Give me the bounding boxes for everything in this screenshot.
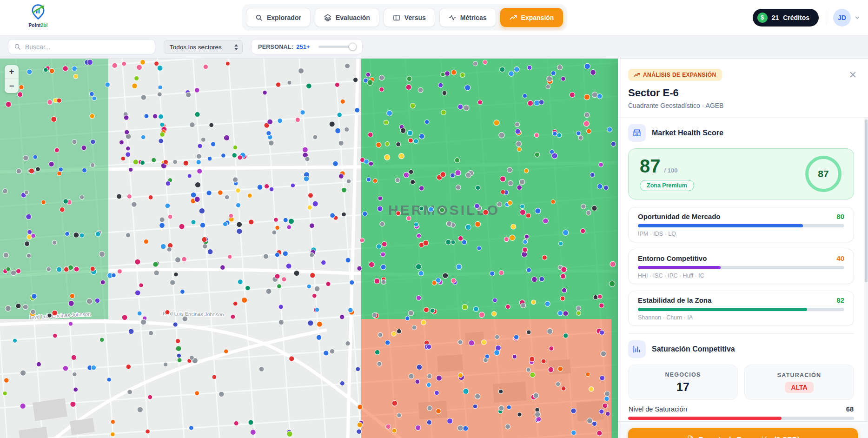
metric-value: 80 [836,212,844,220]
trending-up-icon [634,72,640,78]
sector-subtitle: Cuadrante Geostadístico · AGEB [628,102,858,109]
tab-label: Explorador [267,14,301,21]
score-ring: 87 [805,156,841,192]
stat-label: SATURACIÓN [777,372,821,378]
stat-label: NEGOCIOS [665,372,701,378]
saturation-level-label: Nivel de Saturación [629,405,687,413]
brand-logo[interactable]: Point2bi [23,4,53,28]
negocios-stat: NEGOCIOS 17 [628,365,738,400]
zoom-out-button[interactable]: − [5,79,19,93]
svg-text:Blvd Luis Encinas Johnson: Blvd Luis Encinas Johnson [163,311,224,317]
metric-progress [638,224,844,227]
saturation-section-title: Saturación Competitiva [652,345,735,353]
panel-footer: Reporte de Expansión (8 CRD) [618,421,868,438]
saturation-progress [628,417,854,420]
map-svg: HERMOSILLOBlvd Luis Encinas JohnsonBlvd … [0,59,618,438]
search-box [8,39,155,54]
layers-icon [324,14,331,21]
metric-value: 82 [836,296,844,304]
score-ring-value: 87 [818,168,828,179]
select-stepper-icon [234,44,238,50]
chevron-down-icon [854,14,861,21]
metric-card-estabilidad: Estabilidad de la Zona 82 Shannon · Chur… [628,291,854,326]
health-section-title: Market Health Score [652,129,723,137]
sector-title: Sector E-6 [628,87,858,99]
header-right: $ 21 Créditos JD [753,0,861,35]
panel-body: Market Health Score 87/ 100 Zona Premium… [618,118,868,438]
panel-scrollbar[interactable] [864,118,868,438]
metric-indicators: HHI · ISC · IPC · Huff · IC [638,272,844,279]
search-icon [14,43,21,50]
tier-badge: Zona Premium [640,180,694,191]
personal-filter: PERSONAL: 251+ [251,39,363,54]
metric-progress [638,308,844,311]
top-header: Point2bi Explorador Evaluación Versus Mé… [0,0,868,35]
metric-indicators: IPM · IDS · LQ [638,231,844,237]
map-layers: HERMOSILLOBlvd Luis Encinas JohnsonBlvd … [0,59,618,438]
main-nav: Explorador Evaluación Versus Métricas Ex… [242,4,567,31]
brand-pin-icon [29,4,47,20]
tab-versus[interactable]: Versus [384,8,435,27]
tab-explorador[interactable]: Explorador [246,8,311,27]
metric-label: Entorno Competitivo [638,254,707,262]
tab-label: Expansión [521,14,554,21]
personal-label: PERSONAL: [258,44,293,50]
search-input[interactable] [25,43,149,51]
analysis-badge-label: ANÁLISIS DE EXPANSIÓN [643,72,716,78]
map-zoom-control: + − [5,65,19,93]
tab-label: Métricas [460,14,487,21]
tab-evaluacion[interactable]: Evaluación [315,8,379,27]
credits-count: 21 [772,14,779,21]
slider-thumb[interactable] [349,43,357,51]
panel-header: ANÁLISIS DE EXPANSIÓN Sector E-6 Cuadran… [618,59,868,118]
document-icon [686,435,694,438]
search-icon [255,14,263,21]
credits-label: Créditos [783,14,809,21]
metric-card-oportunidad: Oportunidad de Mercado 80 IPM · IDS · LQ [628,207,854,242]
brand-wordmark: Point2bi [23,23,53,28]
saturation-level-row: Nivel de Saturación 68 [629,405,854,413]
stat-value: 17 [676,381,689,393]
dollar-icon: $ [757,13,768,23]
app-root: Point2bi Explorador Evaluación Versus Mé… [0,0,868,438]
sector-select-value: Todos los sectores [170,44,234,51]
credits-badge[interactable]: $ 21 Créditos [753,9,819,27]
expansion-report-button[interactable]: Reporte de Expansión (8 CRD) [628,428,858,438]
storefront-icon [628,124,646,142]
map-canvas[interactable]: HERMOSILLOBlvd Luis Encinas JohnsonBlvd … [0,59,618,438]
saturation-section-header: Saturación Competitiva [628,340,854,358]
avatar[interactable]: JD [833,9,851,27]
health-score-max: / 100 [664,167,678,174]
metric-indicators: Shannon · Churn · IA [638,314,844,321]
zoom-in-button[interactable]: + [5,65,19,79]
metric-label: Oportunidad de Mercado [638,212,721,220]
scrollbar-thumb[interactable] [865,119,868,282]
tab-label: Evaluación [336,14,370,21]
saturacion-stat: SATURACIÓN ALTA [744,365,854,400]
metric-label: Estabilidad de la Zona [638,296,711,304]
cta-label: Reporte de Expansión (8 CRD) [698,435,800,438]
header-divider [826,11,826,25]
saturation-stats: NEGOCIOS 17 SATURACIÓN ALTA [628,365,854,400]
metric-progress [638,266,844,269]
user-menu[interactable]: JD [833,9,861,27]
sector-select[interactable]: Todos los sectores [164,40,243,54]
tab-expansion[interactable]: Expansión [500,8,563,27]
activity-icon [449,14,456,21]
split-table-icon [393,14,400,21]
saturation-level-value: 68 [846,405,854,413]
expansion-panel: ANÁLISIS DE EXPANSIÓN Sector E-6 Cuadran… [618,59,868,438]
metric-card-entorno: Entorno Competitivo 40 HHI · ISC · IPC ·… [628,249,854,284]
bar-chart-icon [628,340,646,358]
personal-slider[interactable] [318,46,356,48]
trending-up-icon [510,14,517,21]
tab-metricas[interactable]: Métricas [439,8,496,27]
health-score-card: 87/ 100 Zona Premium 87 [628,148,854,199]
analysis-badge: ANÁLISIS DE EXPANSIÓN [628,69,722,81]
section-divider [628,333,854,334]
close-icon[interactable] [848,70,858,81]
health-score-value: 87 [640,156,661,176]
metric-value: 40 [836,254,844,262]
filters-toolbar: Todos los sectores PERSONAL: 251+ [0,35,868,59]
tab-label: Versus [404,14,426,21]
